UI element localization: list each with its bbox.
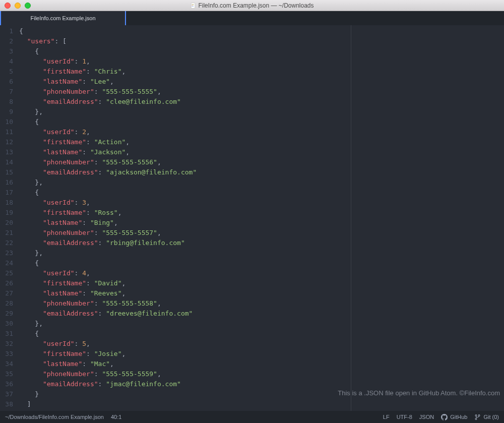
code-area[interactable]: { "users": [ { "userId": 1, "firstName":… <box>17 25 504 411</box>
minimize-window-button[interactable] <box>15 3 21 9</box>
svg-rect-0 <box>192 3 196 8</box>
gutter: 1234567891011121314151617181920212223242… <box>0 25 17 411</box>
traffic-lights <box>5 3 31 9</box>
svg-rect-2 <box>192 5 195 5</box>
status-encoding[interactable]: UTF-8 <box>397 414 412 420</box>
zoom-window-button[interactable] <box>25 3 31 9</box>
window-titlebar: FileInfo.com Example.json — ~/Downloads <box>0 0 504 11</box>
status-bar: ~/Downloads/FileInfo.com Example.json 40… <box>0 411 504 423</box>
status-cursor-position[interactable]: 40:1 <box>111 414 121 420</box>
status-github[interactable]: GitHub <box>441 414 467 420</box>
tab-label: FileInfo.com Example.json <box>31 15 96 21</box>
file-icon <box>190 3 196 9</box>
tab-bar: FileInfo.com Example.json <box>0 11 504 25</box>
svg-rect-4 <box>192 6 194 7</box>
status-line-ending[interactable]: LF <box>383 414 390 420</box>
status-grammar[interactable]: JSON <box>419 414 434 420</box>
svg-rect-3 <box>192 6 194 6</box>
watermark-text: This is a .JSON file open in GitHub Atom… <box>338 389 500 397</box>
git-branch-icon <box>474 414 481 420</box>
tab-bar-empty[interactable] <box>125 11 504 25</box>
status-git[interactable]: Git (0) <box>474 414 499 420</box>
window-title: FileInfo.com Example.json — ~/Downloads <box>0 2 504 9</box>
editor[interactable]: 1234567891011121314151617181920212223242… <box>0 25 504 411</box>
close-window-button[interactable] <box>5 3 11 9</box>
wrap-guide <box>351 25 351 411</box>
svg-rect-1 <box>192 4 194 5</box>
tab-file[interactable]: FileInfo.com Example.json <box>0 11 125 25</box>
status-file-path[interactable]: ~/Downloads/FileInfo.com Example.json <box>5 414 104 420</box>
github-icon <box>441 414 448 420</box>
